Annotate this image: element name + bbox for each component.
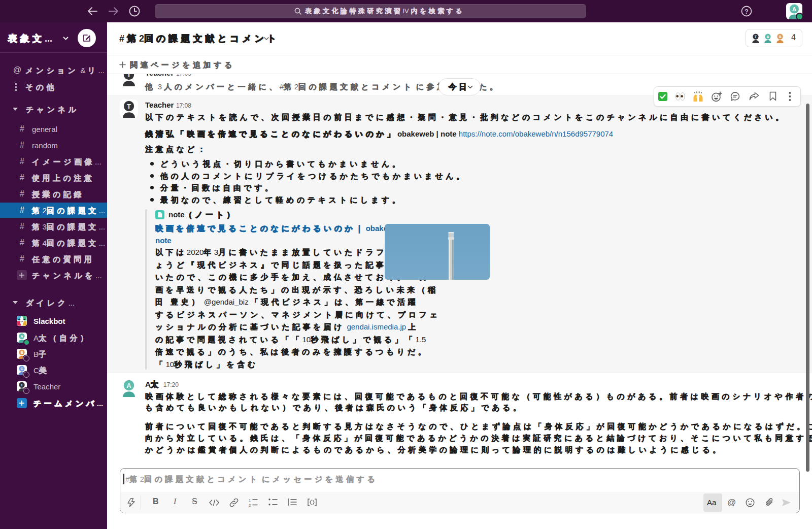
svg-text:2: 2	[249, 503, 251, 507]
svg-text:?: ?	[745, 8, 748, 15]
svg-text:T: T	[755, 35, 757, 39]
svg-text:B: B	[20, 350, 23, 355]
svg-text:A: A	[792, 6, 796, 12]
svg-text:B: B	[779, 35, 781, 39]
svg-text:A: A	[766, 35, 769, 39]
svg-text:1: 1	[249, 498, 251, 503]
svg-text:C: C	[20, 367, 23, 371]
svg-text:A: A	[126, 382, 131, 389]
svg-text:A: A	[20, 334, 23, 339]
svg-text:T: T	[21, 383, 23, 387]
svg-text:T: T	[127, 103, 131, 110]
